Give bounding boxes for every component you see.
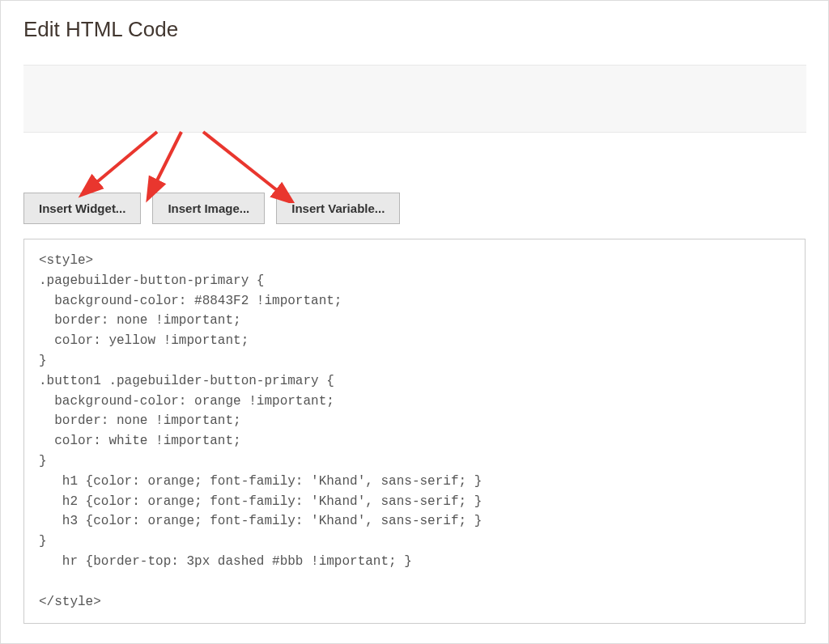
insert-variable-button[interactable]: Insert Variable... [276,193,400,224]
toolbar-strip [23,65,806,133]
insert-button-row: Insert Widget... Insert Image... Insert … [23,193,806,224]
insert-widget-button[interactable]: Insert Widget... [23,193,141,224]
insert-image-button[interactable]: Insert Image... [152,193,265,224]
editor-panel: Edit HTML Code Insert Widget... Insert I… [1,1,828,624]
html-code-textarea[interactable]: <style> .pagebuilder-button-primary { ba… [23,239,806,624]
page-title: Edit HTML Code [23,17,806,42]
